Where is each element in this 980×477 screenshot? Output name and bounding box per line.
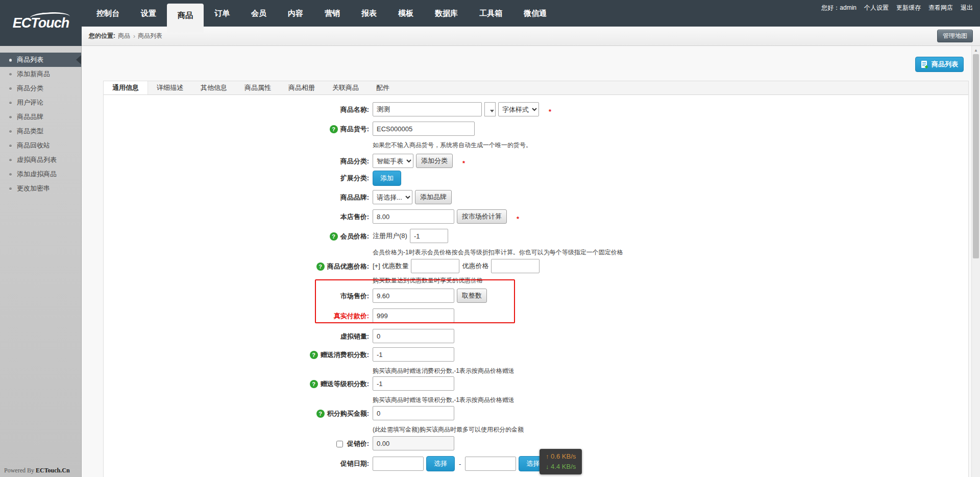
- sidebar-item-goods-category[interactable]: 商品分类: [0, 81, 81, 96]
- tab-detail-description[interactable]: 详细描述: [148, 81, 192, 94]
- nav-item-wechat[interactable]: 微信通: [513, 0, 557, 27]
- promote-price-checkbox[interactable]: [336, 441, 343, 447]
- goods-name-label: 商品名称:: [104, 102, 369, 114]
- integral-input[interactable]: [373, 406, 454, 420]
- tab-other-info[interactable]: 其他信息: [192, 81, 236, 94]
- link-refresh-cache[interactable]: 更新缓存: [896, 4, 921, 12]
- add-ext-category-button[interactable]: 添加: [373, 171, 401, 186]
- nav-item-console[interactable]: 控制台: [86, 0, 130, 27]
- rank-integral-label: ? 赠送等级积分数:: [104, 376, 369, 389]
- add-category-button[interactable]: 添加分类: [416, 154, 453, 168]
- member-price-input[interactable]: [410, 229, 448, 243]
- row-market-price: 市场售价: 取整数: [104, 289, 968, 303]
- sidebar-item-label: 更改加密串: [17, 184, 50, 193]
- vertical-scrollbar[interactable]: ▲: [971, 46, 980, 477]
- sidebar-item-goods-list[interactable]: 商品列表: [0, 53, 81, 67]
- nav-item-reports[interactable]: 报表: [351, 0, 387, 27]
- sidebar-item-label: 商品品牌: [17, 112, 43, 122]
- breadcrumb-page[interactable]: 商品列表: [138, 32, 162, 40]
- sidebar-item-add-goods[interactable]: 添加新商品: [0, 67, 81, 81]
- font-color-picker[interactable]: [484, 102, 496, 116]
- sidebar: 商品列表 添加新商品 商品分类 用户评论 商品品牌 商品类型 商品回收站 虚拟商…: [0, 46, 82, 477]
- pick-start-date-button[interactable]: 选择: [426, 456, 455, 471]
- bullet-icon: [9, 102, 12, 104]
- nav-item-orders[interactable]: 订单: [204, 0, 240, 27]
- sidebar-item-recycle-bin[interactable]: 商品回收站: [0, 138, 81, 153]
- breadcrumb-section[interactable]: 商品: [118, 32, 130, 40]
- calc-by-market-button[interactable]: 按市场价计算: [457, 209, 507, 224]
- sidebar-item-add-virtual-goods[interactable]: 添加虚拟商品: [0, 167, 81, 181]
- nav-item-settings[interactable]: 设置: [130, 0, 167, 27]
- scrollbar-thumb[interactable]: [973, 54, 979, 258]
- powered-by-brand: ECTouch.Cn: [36, 467, 70, 474]
- sidebar-item-virtual-goods-list[interactable]: 虚拟商品列表: [0, 153, 81, 167]
- nav-item-marketing[interactable]: 营销: [314, 0, 351, 27]
- volume-price-hint: 购买数量达到优惠数量时享受的优惠价格: [373, 277, 934, 284]
- tab-related-goods[interactable]: 关联商品: [324, 81, 368, 94]
- nav-item-members[interactable]: 会员: [240, 0, 277, 27]
- link-logout[interactable]: 退出: [961, 4, 973, 12]
- sidebar-item-goods-brand[interactable]: 商品品牌: [0, 110, 81, 124]
- virtual-sales-label: 虚拟销量:: [104, 329, 369, 341]
- rank-integral-input[interactable]: [373, 376, 454, 391]
- goods-category-select[interactable]: 智能手表: [373, 154, 413, 168]
- sidebar-item-label: 商品回收站: [17, 141, 50, 150]
- sidebar-item-change-secret[interactable]: 更改加密串: [0, 181, 81, 196]
- manage-map-button[interactable]: 管理地图: [937, 30, 973, 42]
- main-content: 商品列表 通用信息 详细描述 其他信息 商品属性 商品相册 关联商品 配件 商品…: [82, 46, 980, 477]
- market-price-label: 市场售价:: [104, 289, 369, 301]
- tab-goods-gallery[interactable]: 商品相册: [280, 81, 324, 94]
- virtual-sales-input[interactable]: [373, 329, 454, 343]
- font-style-select[interactable]: 字体样式: [498, 102, 539, 116]
- tab-bar: 通用信息 详细描述 其他信息 商品属性 商品相册 关联商品 配件: [104, 81, 968, 95]
- tab-accessories[interactable]: 配件: [368, 81, 398, 94]
- help-icon: ?: [316, 263, 325, 271]
- consume-integral-input[interactable]: [373, 347, 454, 362]
- real-price-input[interactable]: [373, 308, 454, 323]
- nav-item-content[interactable]: 内容: [277, 0, 314, 27]
- date-range-separator: -: [459, 460, 461, 468]
- sidebar-menu: 商品列表 添加新商品 商品分类 用户评论 商品品牌 商品类型 商品回收站 虚拟商…: [0, 46, 81, 196]
- goods-name-input[interactable]: [373, 102, 482, 116]
- tab-general-info[interactable]: 通用信息: [104, 81, 148, 94]
- row-ext-category: 扩展分类: 添加: [104, 171, 968, 186]
- goods-sn-label: ? 商品货号:: [104, 122, 369, 134]
- required-mark: *: [462, 155, 465, 167]
- user-greeting: 您好：admin: [821, 4, 856, 12]
- tab-goods-attributes[interactable]: 商品属性: [236, 81, 280, 94]
- market-price-input[interactable]: [373, 289, 454, 303]
- link-personal-settings[interactable]: 个人设置: [864, 4, 889, 12]
- goods-sn-input[interactable]: [373, 122, 475, 136]
- nav-item-toolbox[interactable]: 工具箱: [469, 0, 513, 27]
- promote-date-label: 促销日期:: [104, 456, 369, 468]
- promote-end-date-input[interactable]: [465, 457, 516, 471]
- scroll-up-icon[interactable]: ▲: [972, 46, 980, 53]
- nav-item-database[interactable]: 数据库: [424, 0, 469, 27]
- sidebar-item-label: 添加新商品: [17, 69, 50, 79]
- nav-item-goods[interactable]: 商品: [167, 4, 204, 33]
- promote-start-date-input[interactable]: [373, 457, 424, 471]
- shop-price-input[interactable]: [373, 209, 454, 224]
- sidebar-item-user-comments[interactable]: 用户评论: [0, 96, 81, 110]
- row-goods-brand: 商品品牌: 请选择... 添加品牌: [104, 190, 968, 204]
- volume-qty-input[interactable]: [411, 259, 459, 273]
- promote-price-input[interactable]: [373, 436, 454, 450]
- help-icon: ?: [310, 351, 318, 359]
- ectouch-logo: ECTouch: [13, 15, 69, 31]
- goods-list-button[interactable]: 商品列表: [915, 57, 964, 72]
- round-integer-button[interactable]: 取整数: [457, 289, 487, 303]
- sidebar-item-goods-type[interactable]: 商品类型: [0, 124, 81, 138]
- consume-integral-label: ? 赠送消费积分数:: [104, 347, 369, 360]
- goods-sn-label-text: 商品货号:: [340, 125, 369, 134]
- goods-form: 商品名称: 字体样式 * ? 商品货号: 如果您不输入商品货号，系统将自动生成一…: [104, 95, 968, 477]
- nav-item-templates[interactable]: 模板: [387, 0, 424, 27]
- bullet-icon: [9, 130, 12, 133]
- sidebar-item-label: 用户评论: [17, 98, 43, 107]
- sidebar-item-label: 商品列表: [17, 55, 43, 64]
- goods-brand-select[interactable]: 请选择...: [373, 190, 412, 204]
- volume-price-input[interactable]: [491, 259, 540, 273]
- link-view-shop[interactable]: 查看网店: [928, 4, 953, 12]
- sidebar-item-label: 添加虚拟商品: [17, 170, 57, 179]
- add-brand-button[interactable]: 添加品牌: [415, 190, 452, 204]
- row-goods-sn: ? 商品货号: 如果您不输入商品货号，系统将自动生成一个唯一的货号。: [104, 122, 968, 150]
